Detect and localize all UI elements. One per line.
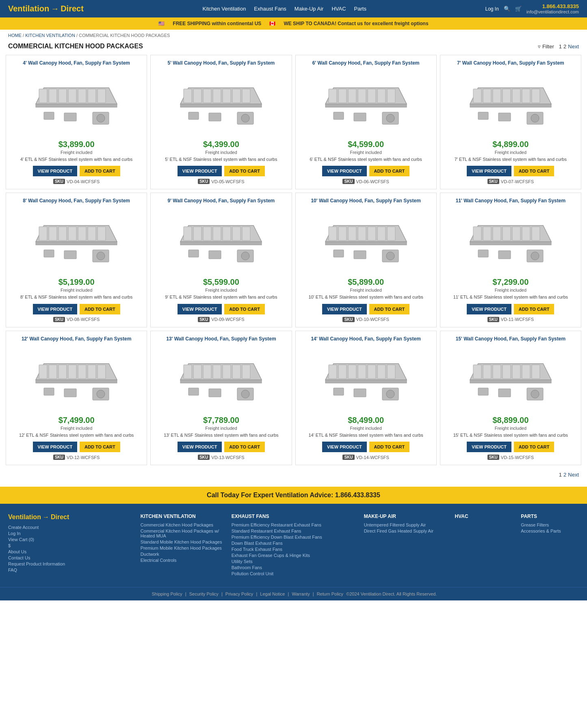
- footer-exhaust-link[interactable]: Utility Sets: [232, 559, 356, 564]
- view-product-button-9[interactable]: VIEW PRODUCT: [33, 442, 78, 452]
- view-product-button-2[interactable]: VIEW PRODUCT: [178, 166, 222, 176]
- nav-exhaust[interactable]: Exhaust Fans: [254, 6, 286, 12]
- svg-rect-43: [493, 89, 501, 103]
- footer-bottom-link-5[interactable]: Warranty: [292, 592, 310, 596]
- view-product-button-7[interactable]: VIEW PRODUCT: [322, 304, 367, 314]
- footer-brand-link[interactable]: FAQ: [8, 568, 132, 572]
- svg-rect-4: [58, 89, 67, 103]
- footer-bottom-link-3[interactable]: Privacy Policy: [225, 592, 253, 596]
- footer-parts-link[interactable]: Grease Filters: [521, 522, 579, 527]
- svg-rect-96: [503, 227, 511, 240]
- nav-kitchen[interactable]: Kitchen Ventilation: [202, 6, 246, 12]
- svg-rect-68: [193, 227, 201, 240]
- svg-rect-1: [36, 104, 117, 107]
- product-image-10: [156, 351, 286, 412]
- footer-exhaust-link[interactable]: Down Blast Exhaust Fans: [232, 541, 356, 546]
- sku-value-11: VD-14-WCFSFS: [356, 455, 389, 460]
- footer-exhaust-link[interactable]: Pollution Control Unit: [232, 571, 356, 576]
- svg-rect-72: [232, 227, 240, 240]
- logo[interactable]: Ventilation → Direct: [8, 4, 84, 13]
- footer-kitchen-link[interactable]: Commercial Kitchen Hood Packages: [141, 522, 223, 527]
- footer-exhaust-link[interactable]: Standard Restaurant Exhaust Fans: [232, 529, 356, 533]
- page-2-bottom[interactable]: 2: [563, 472, 566, 478]
- footer-exhaust-link[interactable]: Bathroom Fans: [232, 565, 356, 570]
- svg-rect-80: [329, 227, 337, 240]
- add-to-cart-button-11[interactable]: ADD TO CART: [369, 442, 410, 452]
- footer-brand-link[interactable]: Create Account: [8, 525, 132, 530]
- svg-point-49: [531, 114, 539, 122]
- sku-value-10: VD-13-WCFSFS: [211, 455, 244, 460]
- footer-makeup-link[interactable]: Direct Fired Gas Heated Supply Air: [364, 529, 447, 533]
- page-next-bottom[interactable]: Next: [568, 472, 579, 478]
- sku-row-10: SKU VD-13-WCFSFS: [156, 455, 286, 460]
- footer-kitchen-link[interactable]: Commercial Kitchen Hood Packages w/ Heat…: [141, 529, 223, 538]
- search-icon[interactable]: 🔍: [504, 6, 510, 12]
- footer-brand-link[interactable]: Contact Us: [8, 555, 132, 560]
- svg-rect-138: [387, 365, 395, 379]
- footer-logo-arrow: →: [43, 514, 49, 521]
- footer-kitchen-link[interactable]: Electrical Controls: [141, 558, 223, 563]
- footer-bottom-link-2[interactable]: Security Policy: [189, 592, 219, 596]
- footer-bottom-link-6[interactable]: Return Policy: [317, 592, 343, 596]
- footer-exhaust-link[interactable]: Premium Efficiency Restaurant Exhaust Fa…: [232, 522, 356, 527]
- page-next-top[interactable]: Next: [568, 43, 579, 50]
- nav-makeup[interactable]: Make-Up Air: [295, 6, 324, 12]
- call-bar: Call Today For Expert Ventilation Advice…: [0, 487, 587, 504]
- svg-rect-94: [483, 227, 491, 240]
- add-to-cart-button-6[interactable]: ADD TO CART: [224, 304, 265, 314]
- view-product-button-8[interactable]: VIEW PRODUCT: [467, 304, 511, 314]
- footer-brand-link[interactable]: View Cart (0): [8, 537, 132, 542]
- add-to-cart-button-4[interactable]: ADD TO CART: [514, 166, 555, 176]
- view-product-button-10[interactable]: VIEW PRODUCT: [178, 442, 222, 452]
- add-to-cart-button-3[interactable]: ADD TO CART: [369, 166, 410, 176]
- footer-exhaust-link[interactable]: Exhaust Fan Grease Cups & Hinge Kits: [232, 553, 356, 558]
- filter-button[interactable]: ▿ Filter: [538, 43, 554, 50]
- cart-icon[interactable]: 🛒: [515, 6, 522, 12]
- nav-parts[interactable]: Parts: [354, 6, 366, 12]
- bottom-pagination: 1 2 Next: [0, 467, 587, 483]
- footer-brand-link[interactable]: Log In: [8, 531, 132, 536]
- add-to-cart-button-1[interactable]: ADD TO CART: [80, 166, 120, 176]
- svg-rect-66: [180, 242, 262, 245]
- footer-brand-links: Create AccountLog InView Cart (0)$About …: [8, 525, 132, 572]
- footer-kitchen-title: KITCHEN VENTILATION: [141, 514, 223, 519]
- add-to-cart-button-12[interactable]: ADD TO CART: [514, 442, 555, 452]
- footer-brand-link[interactable]: About Us: [8, 549, 132, 554]
- view-product-button-12[interactable]: VIEW PRODUCT: [467, 442, 511, 452]
- view-product-button-3[interactable]: VIEW PRODUCT: [322, 166, 367, 176]
- footer-logo-direct: Direct: [51, 514, 69, 521]
- breadcrumb-kitchen[interactable]: KITCHEN VENTILATION: [25, 33, 75, 38]
- view-product-button-4[interactable]: VIEW PRODUCT: [467, 166, 511, 176]
- footer-kitchen-link[interactable]: Premium Mobile Kitchen Hood Packages: [141, 546, 223, 550]
- add-to-cart-button-8[interactable]: ADD TO CART: [514, 304, 555, 314]
- view-product-button-11[interactable]: VIEW PRODUCT: [322, 442, 367, 452]
- add-to-cart-button-9[interactable]: ADD TO CART: [80, 442, 120, 452]
- view-product-button-1[interactable]: VIEW PRODUCT: [33, 166, 78, 176]
- footer-brand-link[interactable]: $: [8, 543, 132, 548]
- footer-kitchen-link[interactable]: Standard Mobile Kitchen Hood Packages: [141, 540, 223, 544]
- footer-makeup-links: Untempered Filtered Supply AirDirect Fir…: [364, 522, 447, 533]
- footer-parts-link[interactable]: Accessories & Parts: [521, 529, 579, 533]
- footer-exhaust-link[interactable]: Food Truck Exhaust Fans: [232, 547, 356, 552]
- footer-kitchen-link[interactable]: Ductwork: [141, 552, 223, 557]
- footer-bottom-link-4[interactable]: Legal Notice: [260, 592, 285, 596]
- freight-label-1: Freight included: [11, 150, 142, 155]
- footer-exhaust-link[interactable]: Premium Efficiency Down Blast Exhaust Fa…: [232, 535, 356, 540]
- nav-hvac[interactable]: HVAC: [331, 6, 346, 12]
- footer-brand-link[interactable]: Request Product Information: [8, 561, 132, 566]
- svg-rect-24: [209, 113, 221, 121]
- add-to-cart-button-10[interactable]: ADD TO CART: [224, 442, 265, 452]
- footer-bottom-link-1[interactable]: Shipping Policy: [152, 592, 182, 596]
- login-link[interactable]: Log In: [485, 6, 498, 12]
- breadcrumb-home[interactable]: HOME: [8, 33, 22, 38]
- add-to-cart-button-7[interactable]: ADD TO CART: [369, 304, 410, 314]
- footer-makeup-link[interactable]: Untempered Filtered Supply Air: [364, 522, 447, 527]
- add-to-cart-button-5[interactable]: ADD TO CART: [80, 304, 120, 314]
- product-card-1: 4' Wall Canopy Hood, Fan, Supply Fan Sys…: [6, 55, 147, 189]
- view-product-button-6[interactable]: VIEW PRODUCT: [178, 304, 222, 314]
- sku-value-9: VD-12-WCFSFS: [67, 455, 100, 460]
- svg-rect-144: [470, 380, 551, 383]
- view-product-button-5[interactable]: VIEW PRODUCT: [33, 304, 78, 314]
- svg-rect-18: [213, 89, 221, 103]
- add-to-cart-button-2[interactable]: ADD TO CART: [224, 166, 265, 176]
